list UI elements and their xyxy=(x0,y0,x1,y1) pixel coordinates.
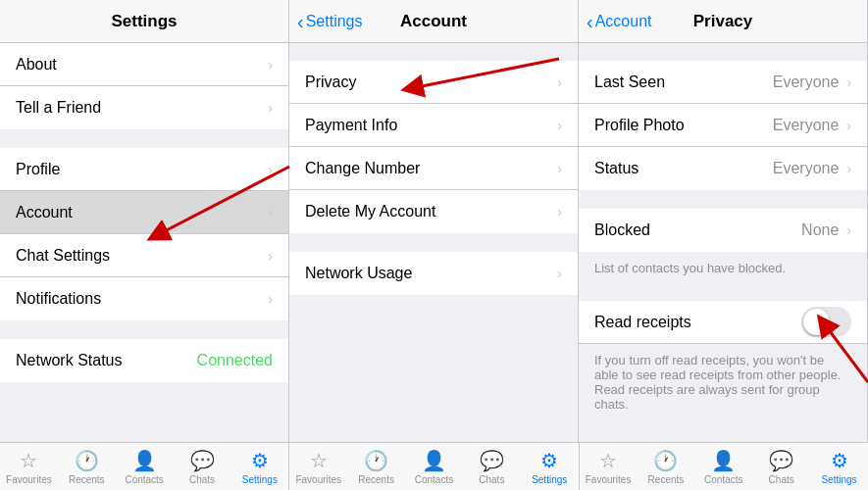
chat-settings-item[interactable]: Chat Settings › xyxy=(0,234,288,277)
tab-recents-2[interactable]: 🕐 Recents xyxy=(347,443,405,490)
tab-settings-1[interactable]: ⚙ Settings xyxy=(230,443,288,490)
account-back-label: Settings xyxy=(306,13,363,30)
tab-chats-1[interactable]: 💬 Chats xyxy=(174,443,231,490)
account-section-1: Privacy › Payment Info › Change Number ›… xyxy=(289,61,578,233)
last-seen-chevron: › xyxy=(846,74,851,90)
favourites-label-3: Favourites xyxy=(586,474,632,485)
account-back-button[interactable]: ‹ Settings xyxy=(297,12,362,31)
last-seen-item[interactable]: Last Seen Everyone › xyxy=(579,61,867,104)
privacy-back-chevron: ‹ xyxy=(587,12,593,31)
account-section-2: Network Usage › xyxy=(289,252,578,295)
profile-item[interactable]: Profile › xyxy=(0,148,288,191)
account-top-divider xyxy=(289,43,578,61)
contacts-icon-3: 👤 xyxy=(711,449,736,472)
privacy-section-3: Read receipts xyxy=(579,301,867,344)
contacts-label-3: Contacts xyxy=(704,474,742,485)
settings-section-3: Network Status Connected xyxy=(0,339,288,382)
tab-contacts-1[interactable]: 👤 Contacts xyxy=(116,443,174,490)
settings-divider-2 xyxy=(0,321,288,339)
tell-a-friend-item[interactable]: Tell a Friend › xyxy=(0,86,288,129)
account-item[interactable]: Account › xyxy=(0,191,288,234)
recents-icon-3: 🕐 xyxy=(653,449,678,472)
tab-section-1: ☆ Favourites 🕐 Recents 👤 Contacts 💬 Chat… xyxy=(0,443,289,490)
favourites-label-1: Favourites xyxy=(6,474,52,485)
about-item[interactable]: About › xyxy=(0,43,288,86)
contacts-icon-2: 👤 xyxy=(422,449,446,472)
tab-settings-2[interactable]: ⚙ Settings xyxy=(521,443,579,490)
payment-chevron: › xyxy=(557,118,562,133)
blocked-chevron: › xyxy=(846,222,851,238)
chats-icon-1: 💬 xyxy=(190,449,215,472)
tab-recents-3[interactable]: 🕐 Recents xyxy=(638,443,695,490)
settings-label-3: Settings xyxy=(821,474,856,485)
read-receipts-toggle[interactable] xyxy=(801,307,851,337)
settings-divider-1 xyxy=(0,130,288,148)
notifications-chevron: › xyxy=(268,291,273,307)
privacy-divider-1 xyxy=(579,191,867,209)
tell-chevron: › xyxy=(268,100,273,116)
tab-section-2: ☆ Favourites 🕐 Recents 👤 Contacts 💬 Chat… xyxy=(289,443,579,490)
about-chevron: › xyxy=(268,57,273,73)
tab-favourites-1[interactable]: ☆ Favourites xyxy=(0,443,58,490)
privacy-item[interactable]: Privacy › xyxy=(289,61,578,104)
toggle-thumb xyxy=(803,309,830,335)
tab-favourites-2[interactable]: ☆ Favourites xyxy=(289,443,347,490)
profile-photo-chevron: › xyxy=(846,118,851,133)
tab-chats-3[interactable]: 💬 Chats xyxy=(752,443,810,490)
recents-icon-1: 🕐 xyxy=(75,449,99,472)
settings-title: Settings xyxy=(111,12,177,31)
tab-settings-3[interactable]: ⚙ Settings xyxy=(810,443,868,490)
profile-photo-item[interactable]: Profile Photo Everyone › xyxy=(579,104,867,147)
tab-favourites-3[interactable]: ☆ Favourites xyxy=(580,443,638,490)
settings-content: About › Tell a Friend › Profile › Accoun… xyxy=(0,43,288,442)
payment-info-item[interactable]: Payment Info › xyxy=(289,104,578,147)
settings-panel: Settings About › Tell a Friend › Profile xyxy=(0,0,289,442)
settings-label-1: Settings xyxy=(242,474,278,485)
settings-icon-1: ⚙ xyxy=(251,449,269,472)
privacy-panel: ‹ Account Privacy Last Seen Everyone › P… xyxy=(579,0,868,442)
contacts-label-1: Contacts xyxy=(125,474,163,485)
tab-contacts-2[interactable]: 👤 Contacts xyxy=(405,443,463,490)
contacts-icon-1: 👤 xyxy=(132,449,157,472)
account-divider xyxy=(289,234,578,252)
settings-section-1: About › Tell a Friend › xyxy=(0,43,288,129)
read-receipts-row: Read receipts xyxy=(579,301,867,344)
network-usage-chevron: › xyxy=(557,266,562,281)
account-header: ‹ Settings Account xyxy=(289,0,578,43)
chats-label-2: Chats xyxy=(479,474,504,485)
privacy-title: Privacy xyxy=(693,12,753,31)
tab-chats-2[interactable]: 💬 Chats xyxy=(463,443,521,490)
change-number-item[interactable]: Change Number › xyxy=(289,147,578,190)
account-content: Privacy › Payment Info › Change Number ›… xyxy=(289,43,578,442)
account-back-chevron: ‹ xyxy=(297,12,304,31)
account-panel: ‹ Settings Account Privacy › Payment Inf… xyxy=(289,0,579,442)
settings-header: Settings xyxy=(0,0,288,43)
privacy-top-divider xyxy=(579,43,867,61)
recents-label-2: Recents xyxy=(358,474,394,485)
tab-contacts-3[interactable]: 👤 Contacts xyxy=(694,443,752,490)
change-number-chevron: › xyxy=(557,161,562,176)
privacy-chevron: › xyxy=(557,74,562,90)
account-chevron: › xyxy=(268,205,273,220)
network-usage-item[interactable]: Network Usage › xyxy=(289,252,578,295)
chats-icon-3: 💬 xyxy=(769,449,793,472)
contacts-label-2: Contacts xyxy=(415,474,453,485)
notifications-item[interactable]: Notifications › xyxy=(0,277,288,320)
favourites-label-2: Favourites xyxy=(295,474,341,485)
privacy-back-button[interactable]: ‹ Account xyxy=(587,12,651,31)
tab-recents-1[interactable]: 🕐 Recents xyxy=(58,443,116,490)
delete-account-item[interactable]: Delete My Account › xyxy=(289,190,578,233)
blocked-item[interactable]: Blocked None › xyxy=(579,209,867,252)
privacy-back-label: Account xyxy=(595,13,652,30)
profile-chevron: › xyxy=(268,162,273,177)
status-item[interactable]: Status Everyone › xyxy=(579,147,867,190)
chat-chevron: › xyxy=(268,248,273,264)
tab-section-3: ☆ Favourites 🕐 Recents 👤 Contacts 💬 Chat… xyxy=(580,443,868,490)
delete-chevron: › xyxy=(557,204,562,220)
recents-icon-2: 🕐 xyxy=(364,449,388,472)
settings-label-2: Settings xyxy=(532,474,567,485)
settings-icon-3: ⚙ xyxy=(831,449,848,472)
chats-label-3: Chats xyxy=(769,474,794,485)
privacy-header: ‹ Account Privacy xyxy=(579,0,867,43)
privacy-section-2: Blocked None › xyxy=(579,209,867,252)
